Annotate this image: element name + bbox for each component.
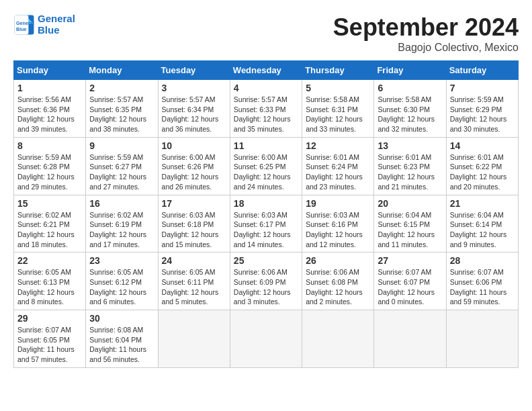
calendar-cell: 29Sunrise: 6:07 AM Sunset: 6:05 PM Dayli… — [14, 310, 86, 368]
day-detail: Sunrise: 6:01 AM Sunset: 6:24 PM Dayligh… — [306, 152, 370, 192]
calendar-cell: 30Sunrise: 6:08 AM Sunset: 6:04 PM Dayli… — [86, 310, 158, 368]
day-number: 24 — [162, 255, 226, 266]
calendar-cell — [374, 310, 446, 368]
day-detail: Sunrise: 6:03 AM Sunset: 6:18 PM Dayligh… — [162, 210, 226, 250]
calendar-cell: 1Sunrise: 5:56 AM Sunset: 6:36 PM Daylig… — [14, 80, 86, 138]
day-number: 5 — [306, 83, 370, 93]
calendar-cell: 13Sunrise: 6:01 AM Sunset: 6:23 PM Dayli… — [374, 137, 446, 195]
calendar-cell: 23Sunrise: 6:05 AM Sunset: 6:12 PM Dayli… — [86, 253, 158, 310]
day-number: 12 — [306, 140, 370, 151]
day-detail: Sunrise: 6:00 AM Sunset: 6:26 PM Dayligh… — [162, 152, 226, 192]
month-title: September 2024 — [333, 13, 519, 42]
calendar-cell: 27Sunrise: 6:07 AM Sunset: 6:07 PM Dayli… — [374, 253, 446, 310]
day-detail: Sunrise: 6:03 AM Sunset: 6:17 PM Dayligh… — [234, 210, 298, 250]
day-detail: Sunrise: 5:59 AM Sunset: 6:29 PM Dayligh… — [450, 95, 515, 134]
location: Bagojo Colectivo, Mexico — [333, 42, 519, 54]
calendar-week-4: 22Sunrise: 6:05 AM Sunset: 6:13 PM Dayli… — [14, 253, 519, 310]
header-cell-wednesday: Wednesday — [230, 61, 302, 80]
day-number: 9 — [89, 140, 154, 151]
day-detail: Sunrise: 6:07 AM Sunset: 6:06 PM Dayligh… — [450, 267, 515, 307]
day-number: 6 — [378, 83, 442, 93]
logo: General Blue GeneralBlue — [13, 13, 75, 36]
day-detail: Sunrise: 5:59 AM Sunset: 6:27 PM Dayligh… — [89, 152, 154, 192]
calendar-cell — [158, 310, 230, 368]
calendar-cell: 8Sunrise: 5:59 AM Sunset: 6:28 PM Daylig… — [14, 137, 86, 195]
calendar-cell: 12Sunrise: 6:01 AM Sunset: 6:24 PM Dayli… — [302, 137, 374, 195]
day-number: 30 — [89, 313, 154, 324]
page-header: General Blue GeneralBlue September 2024 … — [13, 13, 519, 54]
day-detail: Sunrise: 6:01 AM Sunset: 6:23 PM Dayligh… — [378, 152, 442, 192]
day-number: 3 — [162, 83, 226, 93]
calendar-header-row: SundayMondayTuesdayWednesdayThursdayFrid… — [14, 61, 519, 80]
day-detail: Sunrise: 6:07 AM Sunset: 6:07 PM Dayligh… — [378, 267, 442, 307]
calendar-cell: 26Sunrise: 6:06 AM Sunset: 6:08 PM Dayli… — [302, 253, 374, 310]
calendar-cell — [446, 310, 518, 368]
day-detail: Sunrise: 6:07 AM Sunset: 6:05 PM Dayligh… — [17, 325, 82, 365]
calendar-cell: 28Sunrise: 6:07 AM Sunset: 6:06 PM Dayli… — [446, 253, 518, 310]
day-number: 15 — [17, 198, 82, 209]
calendar-cell: 9Sunrise: 5:59 AM Sunset: 6:27 PM Daylig… — [86, 137, 158, 195]
day-detail: Sunrise: 6:04 AM Sunset: 6:15 PM Dayligh… — [378, 210, 442, 250]
header-cell-sunday: Sunday — [14, 61, 86, 80]
svg-text:Blue: Blue — [16, 26, 27, 32]
header-cell-friday: Friday — [374, 61, 446, 80]
day-detail: Sunrise: 6:02 AM Sunset: 6:19 PM Dayligh… — [89, 210, 154, 250]
day-number: 25 — [234, 255, 298, 266]
calendar-cell: 24Sunrise: 6:05 AM Sunset: 6:11 PM Dayli… — [158, 253, 230, 310]
calendar-cell: 21Sunrise: 6:04 AM Sunset: 6:14 PM Dayli… — [446, 195, 518, 253]
calendar-cell: 15Sunrise: 6:02 AM Sunset: 6:21 PM Dayli… — [14, 195, 86, 253]
day-number: 16 — [89, 198, 154, 209]
calendar-cell: 16Sunrise: 6:02 AM Sunset: 6:19 PM Dayli… — [86, 195, 158, 253]
calendar-cell: 14Sunrise: 6:01 AM Sunset: 6:22 PM Dayli… — [446, 137, 518, 195]
calendar-cell: 25Sunrise: 6:06 AM Sunset: 6:09 PM Dayli… — [230, 253, 302, 310]
calendar-cell: 4Sunrise: 5:57 AM Sunset: 6:33 PM Daylig… — [230, 80, 302, 138]
day-detail: Sunrise: 6:04 AM Sunset: 6:14 PM Dayligh… — [450, 210, 515, 250]
day-detail: Sunrise: 6:05 AM Sunset: 6:11 PM Dayligh… — [162, 267, 226, 307]
day-detail: Sunrise: 6:06 AM Sunset: 6:08 PM Dayligh… — [306, 267, 370, 307]
day-number: 11 — [234, 140, 298, 151]
logo-icon: General Blue — [13, 14, 35, 36]
header-cell-monday: Monday — [86, 61, 158, 80]
calendar-cell: 2Sunrise: 5:57 AM Sunset: 6:35 PM Daylig… — [86, 80, 158, 138]
calendar-cell — [230, 310, 302, 368]
day-detail: Sunrise: 5:58 AM Sunset: 6:31 PM Dayligh… — [306, 95, 370, 134]
calendar-cell: 7Sunrise: 5:59 AM Sunset: 6:29 PM Daylig… — [446, 80, 518, 138]
day-number: 17 — [162, 198, 226, 209]
day-detail: Sunrise: 6:01 AM Sunset: 6:22 PM Dayligh… — [450, 152, 515, 192]
day-number: 19 — [306, 198, 370, 209]
logo-text: GeneralBlue — [38, 13, 75, 36]
header-cell-saturday: Saturday — [446, 61, 518, 80]
day-number: 27 — [378, 255, 442, 266]
calendar-cell: 19Sunrise: 6:03 AM Sunset: 6:16 PM Dayli… — [302, 195, 374, 253]
calendar-cell: 11Sunrise: 6:00 AM Sunset: 6:25 PM Dayli… — [230, 137, 302, 195]
day-number: 4 — [234, 83, 298, 93]
calendar-cell: 3Sunrise: 5:57 AM Sunset: 6:34 PM Daylig… — [158, 80, 230, 138]
day-detail: Sunrise: 6:03 AM Sunset: 6:16 PM Dayligh… — [306, 210, 370, 250]
calendar-cell — [302, 310, 374, 368]
calendar-table: SundayMondayTuesdayWednesdayThursdayFrid… — [13, 60, 519, 368]
day-number: 7 — [450, 83, 515, 93]
day-number: 18 — [234, 198, 298, 209]
calendar-cell: 6Sunrise: 5:58 AM Sunset: 6:30 PM Daylig… — [374, 80, 446, 138]
day-number: 14 — [450, 140, 515, 151]
svg-text:General: General — [16, 20, 34, 26]
day-number: 20 — [378, 198, 442, 209]
calendar-week-3: 15Sunrise: 6:02 AM Sunset: 6:21 PM Dayli… — [14, 195, 519, 253]
day-detail: Sunrise: 6:05 AM Sunset: 6:13 PM Dayligh… — [17, 267, 82, 307]
calendar-cell: 18Sunrise: 6:03 AM Sunset: 6:17 PM Dayli… — [230, 195, 302, 253]
day-detail: Sunrise: 6:08 AM Sunset: 6:04 PM Dayligh… — [89, 325, 154, 365]
header-cell-tuesday: Tuesday — [158, 61, 230, 80]
day-detail: Sunrise: 5:56 AM Sunset: 6:36 PM Dayligh… — [17, 95, 82, 134]
day-detail: Sunrise: 5:57 AM Sunset: 6:35 PM Dayligh… — [89, 95, 154, 134]
day-detail: Sunrise: 5:57 AM Sunset: 6:34 PM Dayligh… — [162, 95, 226, 134]
calendar-week-5: 29Sunrise: 6:07 AM Sunset: 6:05 PM Dayli… — [14, 310, 519, 368]
day-number: 10 — [162, 140, 226, 151]
calendar-cell: 22Sunrise: 6:05 AM Sunset: 6:13 PM Dayli… — [14, 253, 86, 310]
day-number: 8 — [17, 140, 82, 151]
day-detail: Sunrise: 6:05 AM Sunset: 6:12 PM Dayligh… — [89, 267, 154, 307]
day-number: 28 — [450, 255, 515, 266]
day-number: 2 — [89, 83, 154, 93]
day-detail: Sunrise: 6:06 AM Sunset: 6:09 PM Dayligh… — [234, 267, 298, 307]
day-detail: Sunrise: 5:58 AM Sunset: 6:30 PM Dayligh… — [378, 95, 442, 134]
header-cell-thursday: Thursday — [302, 61, 374, 80]
